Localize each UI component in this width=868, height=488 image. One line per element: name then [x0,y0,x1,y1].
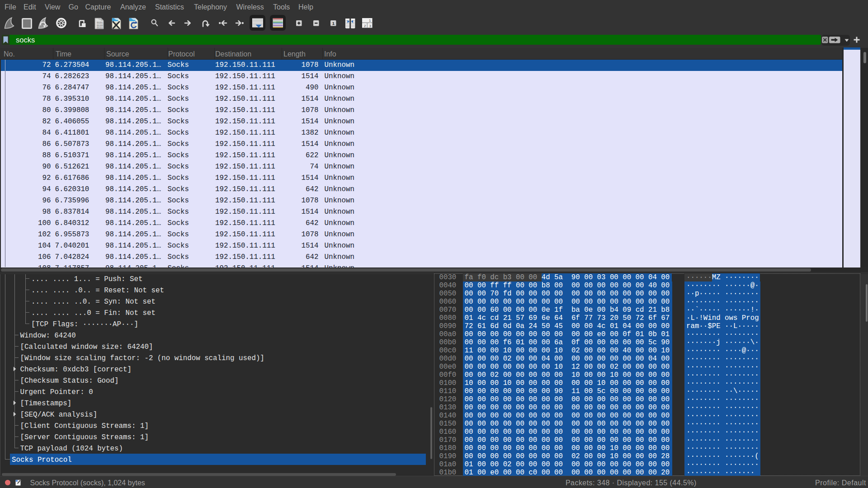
svg-text:1: 1 [369,19,371,23]
svg-text:0111: 0111 [97,26,103,29]
svg-text:2: 2 [364,24,366,28]
svg-text:3: 3 [369,24,372,28]
svg-text:1: 1 [332,21,335,26]
